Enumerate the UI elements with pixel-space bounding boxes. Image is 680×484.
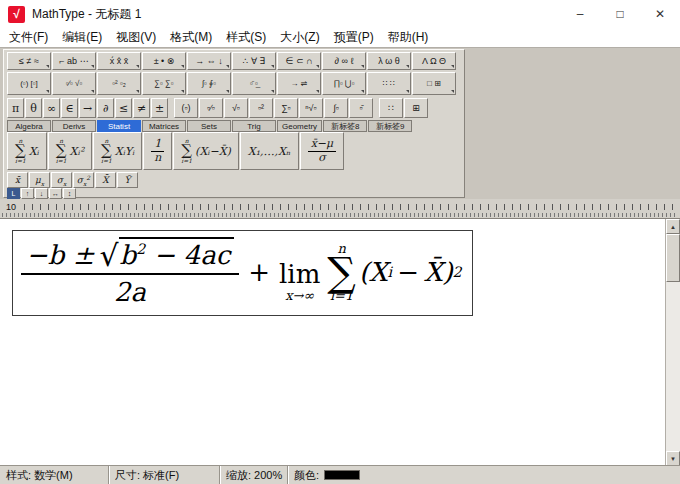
stat-small-sigma-x-squared[interactable]: σx2 bbox=[73, 172, 94, 188]
template-matrix[interactable]: ∷ bbox=[379, 98, 403, 118]
status-zoom[interactable]: 缩放: 200% bbox=[220, 466, 288, 484]
template-sum[interactable]: ∑▫ bbox=[274, 98, 298, 118]
tab-trig[interactable]: Trig bbox=[232, 120, 276, 132]
scrollbar-thumb[interactable] bbox=[666, 234, 680, 282]
tiny-tab-2[interactable]: ↑ bbox=[21, 188, 34, 199]
palette-relational[interactable]: ≤ ≠ ≈ bbox=[7, 52, 51, 70]
symbol-plus-minus[interactable]: ± bbox=[151, 98, 168, 118]
stat-template-standardize[interactable]: x̄−μ σ bbox=[300, 132, 345, 170]
close-button[interactable]: ✕ bbox=[640, 0, 680, 28]
equation[interactable]: −b ± √ b2 − 4ac 2a + lim x→∞ n ∑ i=1 (Xi… bbox=[12, 230, 473, 316]
template-overbar[interactable]: ▫̄ bbox=[349, 98, 373, 118]
symbol-partial[interactable]: ∂ bbox=[97, 98, 114, 118]
palette-greek-lower[interactable]: λ ω θ bbox=[367, 52, 411, 70]
equation-canvas[interactable]: −b ± √ b2 − 4ac 2a + lim x→∞ n ∑ i=1 (Xi… bbox=[0, 219, 680, 466]
palette-fractions-radicals[interactable]: ▫∕▫ √▫ bbox=[52, 72, 96, 95]
palette-labeled-arrows[interactable]: → ⇌ bbox=[277, 72, 321, 95]
stat-small-mu-x[interactable]: μx bbox=[29, 172, 50, 188]
maximize-button[interactable]: □ bbox=[600, 0, 640, 28]
radicand-rest: − 4ac bbox=[145, 240, 230, 270]
palette-spaces-ellipses[interactable]: ⌐ ab ⋯ bbox=[52, 52, 96, 70]
menu-edit[interactable]: 编辑(E) bbox=[55, 27, 109, 48]
summation-lower: i=1 bbox=[330, 289, 353, 302]
tiny-tab-3[interactable]: ↓ bbox=[35, 188, 48, 199]
palette-scripts[interactable]: ▫² ▫₂ bbox=[97, 72, 141, 95]
tab-custom-8[interactable]: 新标签8 bbox=[323, 120, 367, 132]
palette-boxes[interactable]: □ ⊞ bbox=[412, 72, 456, 95]
scroll-down-icon[interactable]: ▼ bbox=[666, 451, 680, 466]
app-icon[interactable]: √ bbox=[8, 6, 25, 23]
template-sqrt[interactable]: √▫ bbox=[224, 98, 248, 118]
palette-bars[interactable]: ▫̄ ▫̲ bbox=[232, 72, 276, 95]
stat-small-sigma-x[interactable]: σx bbox=[51, 172, 72, 188]
stat-template-sum-xiyi[interactable]: n ∑ i=1 XᵢYᵢ bbox=[93, 132, 142, 170]
template-nth-root[interactable]: ⁿ√▫ bbox=[299, 98, 323, 118]
variable-x-subscript: i bbox=[388, 264, 393, 280]
palette-arrows[interactable]: → ⇔ ↓ bbox=[187, 52, 231, 70]
stat-small-X-bar[interactable]: X̄ bbox=[95, 172, 116, 188]
menu-help[interactable]: 帮助(H) bbox=[381, 27, 436, 48]
menu-style[interactable]: 样式(S) bbox=[219, 27, 273, 48]
stat-small-xbar[interactable]: x̄ bbox=[7, 172, 28, 188]
palette-misc-symbols[interactable]: ∂ ∞ ℓ bbox=[322, 52, 366, 70]
minimize-button[interactable]: – bbox=[560, 0, 600, 28]
tab-statistics[interactable]: Statist bbox=[97, 120, 141, 132]
symbol-pi[interactable]: π bbox=[7, 98, 24, 118]
stat-template-sum-deviation[interactable]: n ∑ i=1 (Xᵢ−X̄) bbox=[173, 132, 238, 170]
symbol-leq[interactable]: ≤ bbox=[115, 98, 132, 118]
stat-template-sum-xi-squared[interactable]: n ∑ i=1 Xᵢ² bbox=[48, 132, 92, 170]
template-fence[interactable]: (▫) bbox=[174, 98, 198, 118]
sequence-label: X₁,…,Xₙ bbox=[248, 145, 291, 158]
menu-size[interactable]: 大小(Z) bbox=[273, 27, 326, 48]
palette-products-sets[interactable]: ∏▫ ⋃▫ bbox=[322, 72, 366, 95]
tab-algebra[interactable]: Algebra bbox=[7, 120, 51, 132]
palette-fences[interactable]: (▫) [▫] bbox=[7, 72, 51, 95]
template-superscript[interactable]: ▫² bbox=[249, 98, 273, 118]
palette-set-theory[interactable]: ∈ ⊂ ∩ bbox=[277, 52, 321, 70]
menu-preferences[interactable]: 预置(P) bbox=[327, 27, 381, 48]
template-integral[interactable]: ∫▫ bbox=[324, 98, 348, 118]
tab-geometry[interactable]: Geometry bbox=[277, 120, 322, 132]
palette-integrals[interactable]: ∫▫ ∮▫ bbox=[187, 72, 231, 95]
palette-matrices[interactable]: ∷ ∷ bbox=[367, 72, 411, 95]
symbol-arrow[interactable]: → bbox=[79, 98, 96, 118]
tab-custom-9[interactable]: 新标签9 bbox=[368, 120, 412, 132]
symbol-neq[interactable]: ≠ bbox=[133, 98, 150, 118]
stat-small-Y-bar[interactable]: Ȳ bbox=[117, 172, 138, 188]
numerator-prefix: −b ± bbox=[26, 240, 94, 270]
stat-template-x1-to-xn[interactable]: X₁,…,Xₙ bbox=[240, 132, 299, 170]
limit-subscript: x→∞ bbox=[285, 289, 314, 302]
sum-body: (Xᵢ−X̄) bbox=[195, 145, 231, 158]
tiny-tab-1[interactable]: L bbox=[7, 188, 20, 199]
vertical-scrollbar[interactable]: ▲ ▼ bbox=[665, 219, 680, 466]
quick-bar-row: π θ ∞ ∈ → ∂ ≤ ≠ ± (▫) ▫∕▫ √▫ ▫² ∑▫ ⁿ√▫ ∫… bbox=[7, 98, 428, 118]
tab-matrices[interactable]: Matrices bbox=[142, 120, 186, 132]
symbol-label: x̄ bbox=[15, 175, 20, 185]
symbol-infinity[interactable]: ∞ bbox=[43, 98, 60, 118]
template-box[interactable]: ⊞ bbox=[404, 98, 428, 118]
symbol-theta[interactable]: θ bbox=[25, 98, 42, 118]
stat-template-one-over-n[interactable]: 1 n bbox=[143, 132, 172, 170]
variable-x: X bbox=[369, 257, 388, 287]
menu-file[interactable]: 文件(F) bbox=[2, 27, 55, 48]
stat-template-sum-xi[interactable]: n ∑ i=1 Xᵢ bbox=[7, 132, 47, 170]
palette-logic[interactable]: ∴ ∀ ∃ bbox=[232, 52, 276, 70]
palette-embellishments[interactable]: x́ x̂ x̄ bbox=[97, 52, 141, 70]
menu-format[interactable]: 格式(M) bbox=[163, 27, 219, 48]
palette-greek-upper[interactable]: Λ Ω Θ bbox=[412, 52, 456, 70]
status-bar: 样式: 数学(M) 尺寸: 标准(F) 缩放: 200% 颜色: bbox=[0, 466, 680, 484]
palette-sums[interactable]: ∑▫ ∑▫ bbox=[142, 72, 186, 95]
sigma-icon: ∑ bbox=[181, 144, 192, 158]
palette-operators[interactable]: ± • ⊗ bbox=[142, 52, 186, 70]
tab-derivs[interactable]: Derivs bbox=[52, 120, 96, 132]
status-size[interactable]: 尺寸: 标准(F) bbox=[109, 466, 220, 484]
scroll-up-icon[interactable]: ▲ bbox=[666, 219, 680, 234]
tiny-tab-4[interactable]: ↔ bbox=[49, 188, 62, 199]
symbol-element-of[interactable]: ∈ bbox=[61, 98, 78, 118]
menu-view[interactable]: 视图(V) bbox=[109, 27, 163, 48]
status-style[interactable]: 样式: 数学(M) bbox=[0, 466, 109, 484]
template-fraction[interactable]: ▫∕▫ bbox=[199, 98, 223, 118]
fraction-denominator: n bbox=[154, 152, 161, 165]
tiny-tab-5[interactable]: ↕ bbox=[63, 188, 76, 199]
tab-sets[interactable]: Sets bbox=[187, 120, 231, 132]
